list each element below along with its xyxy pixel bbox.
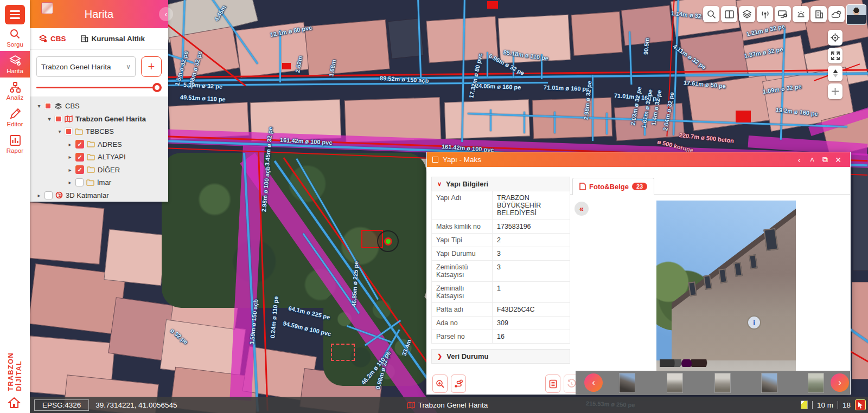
antenna-icon[interactable] (757, 6, 773, 22)
photo-tab-bar: Foto&Belge 23 (570, 167, 850, 195)
pipe-measurement-label: 90.5m (642, 37, 650, 55)
tab-foto-belge[interactable]: Foto&Belge 23 (572, 178, 654, 195)
popup-close-button[interactable]: ✕ (832, 156, 845, 164)
zoom-in-icon[interactable] (828, 83, 843, 99)
field-value: 2 (493, 234, 570, 247)
folder-icon (87, 154, 95, 160)
accordion-yapi-bilgileri[interactable]: ∨ Yapı Bilgileri (431, 177, 570, 191)
search-icon[interactable] (703, 6, 719, 22)
building-photo[interactable]: i (656, 201, 796, 395)
hamburger-menu-button[interactable] (5, 5, 25, 24)
field-label: Ada no (432, 317, 493, 330)
popup-minimize-button[interactable]: ˄ (806, 156, 819, 164)
tree-item-adres[interactable]: ▸✓ADRES (30, 138, 168, 151)
checkbox-checked[interactable]: ✓ (75, 153, 84, 162)
tree-caret[interactable]: ▾ (57, 128, 62, 134)
home-icon[interactable] (8, 397, 21, 410)
add-map-button[interactable]: + (141, 56, 162, 77)
checkbox-unchecked[interactable] (44, 191, 53, 199)
tree-item-tbbcbs[interactable]: ▾TBBCBS (30, 125, 168, 138)
form-button[interactable] (545, 375, 560, 393)
selected-feature-marker (377, 230, 399, 252)
collapse-photo-panel-button[interactable]: « (575, 202, 589, 216)
tree-item-cbs[interactable]: ▾CBS (30, 100, 168, 113)
tree-caret[interactable]: ▾ (36, 103, 42, 109)
popup-back-button[interactable]: ‹ (793, 156, 806, 164)
legend-doc-icon[interactable] (801, 401, 808, 409)
accordion-veri-durumu[interactable]: ❯ Veri Durumu (431, 349, 570, 364)
building-icon[interactable] (810, 6, 827, 22)
sidebar-item-harita[interactable]: Harita (0, 51, 30, 78)
checkbox-indeterminate[interactable] (65, 128, 72, 135)
map-controls (828, 30, 843, 99)
epsg-code[interactable]: EPSG:4326 (34, 399, 89, 411)
tree-item-label: DİĞER (98, 166, 120, 174)
table-row: Yapı AdıTRABZON BÜYÜKŞEHİR BELEDİYESİ (432, 191, 570, 220)
filmstrip-next-button[interactable]: › (831, 373, 849, 392)
screen-share-icon[interactable] (775, 6, 791, 22)
tab-cbs[interactable]: CBS (39, 35, 66, 43)
checkbox-indeterminate[interactable] (55, 115, 62, 122)
field-label: Maks kimlik no (432, 220, 493, 233)
table-row: Maks kimlik no173583196 (432, 220, 570, 234)
tree-item-trabzon-genel-harita[interactable]: ▾Trabzon Genel Harita (30, 113, 168, 126)
field-label: Yapı Durumu (432, 247, 493, 260)
pipe-measurement-label: 49.51m ø 110 pe (180, 94, 226, 102)
chevron-down-icon: ∨ (437, 180, 442, 188)
weather-icon[interactable] (828, 6, 845, 22)
photo-filmstrip: ‹ › (576, 371, 850, 395)
user-avatar[interactable] (846, 4, 866, 25)
checkbox-checked[interactable]: ✓ (75, 165, 84, 174)
tree-item-altyapi[interactable]: ▸✓ALTYAPI (30, 151, 168, 164)
map-icon (65, 115, 73, 122)
map-select-dropdown[interactable]: Trabzon Genel Harita ∨ (36, 56, 136, 77)
tree-item-label: ADRES (98, 140, 122, 149)
sidebar-item-analiz[interactable]: Analiz (0, 78, 30, 104)
photo-thumbnail[interactable] (667, 373, 683, 393)
popup-header[interactable]: Yapı - Maks ‹ ˄ ⧉ ✕ (427, 152, 850, 167)
tree-caret[interactable]: ▸ (67, 154, 73, 160)
fullscreen-icon[interactable] (828, 48, 843, 63)
photo-thumbnail[interactable] (714, 373, 731, 393)
tree-caret[interactable]: ▸ (67, 141, 73, 147)
field-label: Parsel no (432, 330, 493, 343)
layers-icon[interactable] (739, 6, 755, 22)
photo-thumbnail[interactable] (808, 373, 824, 393)
sidebar-item-rapor[interactable]: Rapor (0, 131, 30, 157)
panel-collapse-button[interactable]: ‹ (159, 7, 173, 21)
sidebar-item-editor[interactable]: Editor (0, 104, 30, 131)
locate-icon[interactable] (828, 30, 843, 46)
tree-caret[interactable]: ▸ (36, 192, 42, 198)
pointer-tool-button[interactable] (855, 399, 866, 410)
slider-track[interactable] (36, 87, 158, 88)
layers-red-icon (39, 35, 47, 43)
tree-item-3d-katmanlar[interactable]: ▸3D Katmanlar (30, 189, 168, 202)
layers-icon (54, 102, 62, 109)
folder-icon (75, 128, 83, 135)
zoom-to-feature-button[interactable] (432, 375, 448, 393)
checkbox-indeterminate[interactable] (44, 102, 52, 109)
slider-knob[interactable] (152, 83, 162, 92)
left-icon-rail: SorguHaritaAnalizEditorRapor TRABZONDİJİ… (0, 0, 30, 413)
compass-icon[interactable] (828, 66, 843, 81)
photo-thumbnail[interactable] (761, 373, 777, 393)
checkbox-unchecked[interactable] (75, 178, 84, 186)
sidebar-item-sorgu[interactable]: Sorgu (0, 24, 30, 51)
field-value: 309 (493, 317, 570, 330)
table-row: Parsel no16 (432, 330, 570, 343)
tab-kurumsal-altlik[interactable]: Kurumsal Altlık (80, 35, 145, 43)
alarm-icon[interactable] (793, 6, 809, 22)
route-button[interactable] (451, 375, 466, 393)
photo-thumbnail[interactable] (619, 373, 635, 393)
split-view-icon[interactable] (721, 6, 737, 22)
tree-caret[interactable]: ▾ (47, 116, 52, 122)
tree-item-i̇mar[interactable]: ▸İmar (30, 176, 168, 189)
popup-expand-button[interactable]: ⧉ (819, 155, 832, 164)
tree-caret[interactable]: ▸ (67, 179, 73, 185)
threed-icon (55, 191, 63, 199)
field-value: TRABZON BÜYÜKŞEHİR BELEDİYESİ (493, 191, 570, 220)
checkbox-checked[interactable]: ✓ (75, 140, 84, 149)
filmstrip-prev-button[interactable]: ‹ (584, 373, 603, 392)
tree-item-di̇ğer[interactable]: ▸✓DİĞER (30, 164, 168, 177)
tree-caret[interactable]: ▸ (67, 167, 73, 173)
